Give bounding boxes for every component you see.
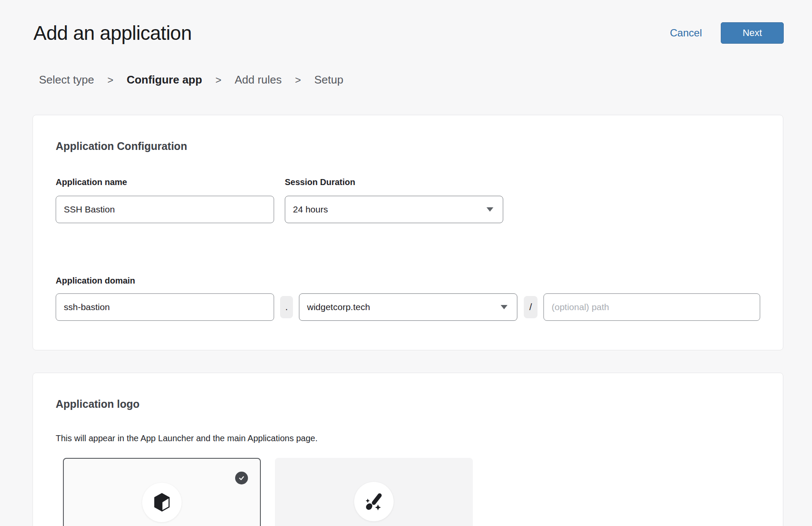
default-logo-circle [142, 483, 182, 522]
page-header: Add an application Cancel Next [0, 0, 812, 45]
name-duration-row: Application name Session Duration 24 hou… [56, 177, 760, 223]
breadcrumb-separator: > [215, 74, 221, 86]
application-domain-label: Application domain [56, 275, 760, 286]
application-domain-row: . widgetcorp.tech / [56, 293, 760, 321]
custom-logo-circle [354, 482, 394, 521]
next-button[interactable]: Next [721, 22, 784, 44]
path-input[interactable] [543, 293, 760, 321]
page-title: Add an application [33, 21, 670, 45]
application-name-field-group: Application name [56, 177, 274, 223]
application-configuration-card: Application Configuration Application na… [33, 115, 783, 350]
configuration-card-title: Application Configuration [56, 140, 760, 152]
application-name-input[interactable] [56, 196, 274, 223]
selected-check-badge [235, 472, 248, 484]
slash-separator: / [524, 296, 537, 318]
session-duration-value: 24 hours [293, 204, 328, 215]
domain-select[interactable]: widgetcorp.tech [299, 293, 517, 321]
step-select-type[interactable]: Select type [39, 73, 94, 87]
dot-separator: . [280, 296, 293, 318]
cube-icon [154, 493, 170, 512]
step-add-rules[interactable]: Add rules [235, 73, 282, 87]
chevron-down-icon [501, 305, 508, 309]
logo-card-description: This will appear in the App Launcher and… [56, 433, 760, 443]
session-duration-label: Session Duration [285, 177, 503, 187]
logo-options [63, 458, 760, 526]
breadcrumb: Select type > Configure app > Add rules … [39, 73, 812, 87]
step-setup[interactable]: Setup [314, 73, 343, 87]
session-duration-field-group: Session Duration 24 hours [285, 177, 503, 223]
domain-select-value: widgetcorp.tech [307, 302, 370, 312]
logo-option-default[interactable] [63, 458, 261, 526]
breadcrumb-separator: > [107, 74, 113, 86]
chevron-down-icon [487, 207, 493, 212]
subdomain-input[interactable] [56, 293, 274, 321]
logo-card-title: Application logo [56, 397, 760, 410]
application-name-label: Application name [56, 177, 274, 187]
logo-option-custom[interactable] [275, 458, 473, 526]
application-logo-card: Application logo This will appear in the… [33, 373, 783, 526]
check-icon [238, 474, 245, 482]
session-duration-select[interactable]: 24 hours [285, 196, 503, 223]
cancel-button[interactable]: Cancel [670, 27, 702, 39]
step-configure-app[interactable]: Configure app [127, 73, 202, 87]
paintbrush-icon [364, 492, 384, 511]
breadcrumb-separator: > [295, 74, 301, 86]
